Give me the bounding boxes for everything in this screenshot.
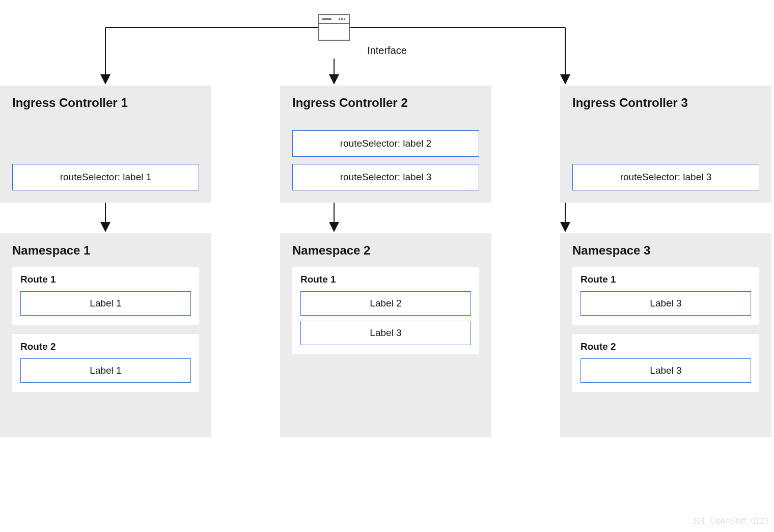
route-box: Route 2 Label 1 xyxy=(12,334,199,392)
route-selector: routeSelector: label 1 xyxy=(12,164,199,190)
namespace-3: Namespace 3 Route 1 Label 3 Route 2 Labe… xyxy=(560,233,771,437)
ingress-title: Ingress Controller 2 xyxy=(292,96,479,110)
route-box: Route 1 Label 2 Label 3 xyxy=(292,267,479,354)
route-selector: routeSelector: label 3 xyxy=(292,164,479,190)
ingress-controller-3: Ingress Controller 3 routeSelector: labe… xyxy=(560,86,771,203)
column-3: Ingress Controller 3 routeSelector: labe… xyxy=(560,86,771,437)
route-label: Label 1 xyxy=(20,358,191,383)
ingress-title: Ingress Controller 3 xyxy=(572,96,759,110)
route-selector: routeSelector: label 3 xyxy=(572,164,759,190)
route-label: Label 3 xyxy=(300,321,471,345)
route-title: Route 1 xyxy=(20,274,191,285)
interface-label: Interface xyxy=(51,45,723,57)
route-box: Route 1 Label 3 xyxy=(572,267,759,325)
column-2: Ingress Controller 2 routeSelector: labe… xyxy=(280,86,491,437)
column-1: Ingress Controller 1 routeSelector: labe… xyxy=(0,86,211,437)
namespace-title: Namespace 1 xyxy=(12,243,199,258)
namespace-2: Namespace 2 Route 1 Label 2 Label 3 xyxy=(280,233,491,437)
route-title: Route 1 xyxy=(300,274,471,285)
ingress-controller-2: Ingress Controller 2 routeSelector: labe… xyxy=(280,86,491,203)
columns-container: Ingress Controller 1 routeSelector: labe… xyxy=(0,86,774,437)
namespace-1: Namespace 1 Route 1 Label 1 Route 2 Labe… xyxy=(0,233,211,437)
route-box: Route 2 Label 3 xyxy=(572,334,759,392)
namespace-title: Namespace 3 xyxy=(572,243,759,258)
route-title: Route 2 xyxy=(580,341,751,352)
route-title: Route 2 xyxy=(20,341,191,352)
interface-icon xyxy=(318,14,350,41)
route-label: Label 2 xyxy=(300,291,471,316)
namespace-title: Namespace 2 xyxy=(292,243,479,258)
ingress-controller-1: Ingress Controller 1 routeSelector: labe… xyxy=(0,86,211,203)
route-title: Route 1 xyxy=(580,274,751,285)
route-label: Label 3 xyxy=(580,358,751,383)
ingress-title: Ingress Controller 1 xyxy=(12,96,199,110)
route-box: Route 1 Label 1 xyxy=(12,267,199,325)
route-label: Label 3 xyxy=(580,291,751,316)
diagram-root: Interface Ingress Controller 1 routeSele… xyxy=(0,0,774,532)
route-label: Label 1 xyxy=(20,291,191,316)
route-selector: routeSelector: label 2 xyxy=(292,130,479,157)
watermark-text: 301_OpenShift_0123 xyxy=(692,517,769,526)
